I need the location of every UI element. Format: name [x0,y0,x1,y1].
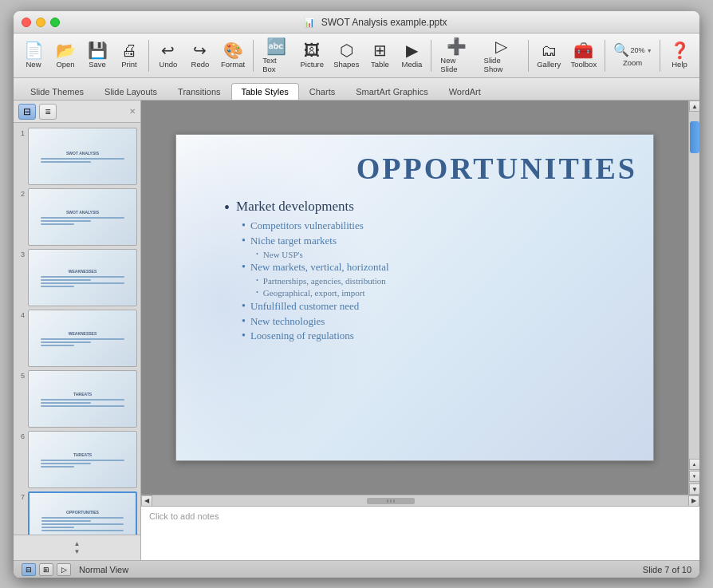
zoom-button[interactable]: 🔍 20% ▼ Zoom [609,41,656,70]
separator-2 [253,40,254,72]
thumb-line [41,460,124,461]
slide-thumbnail-1[interactable]: SWOT ANALYSIS [28,128,137,185]
tab-table-styles[interactable]: Table Styles [231,83,299,100]
slide-number: 6 [17,431,25,440]
bullet-dot: • [242,330,246,343]
toolbox-button[interactable]: 🧰 Toolbox [566,39,601,72]
thumb-line [41,223,74,225]
separator-6 [660,40,660,72]
view-label: Normal View [79,565,128,574]
bullet-dot: • [242,219,246,233]
thumb-line [41,523,124,525]
slide-thumbnail-4[interactable]: WEAKNESSES [28,310,137,367]
slide-show-button[interactable]: ▷ Slide Show [479,35,525,77]
scroll-up-btn[interactable]: ▲ [689,101,699,112]
scroll-up-small-btn[interactable]: ▲ [689,459,700,470]
slide-title: OPPORTUNITIES [356,151,637,186]
tab-charts[interactable]: Charts [299,83,345,100]
undo-icon: ↩ [161,42,175,58]
new-slide-button[interactable]: ➕ New Slide [435,35,477,77]
media-button[interactable]: ▶ Media [396,39,427,72]
thumb-line [41,399,124,401]
scroll-down-small-btn[interactable]: ▼ [689,471,700,482]
slide-number: 3 [17,249,25,258]
thumb-title-1: SWOT ANALYSIS [66,151,99,156]
h-scroll-thumb[interactable] [367,498,415,504]
format-icon: 🎨 [223,42,243,58]
thumb-line [41,279,91,281]
redo-button[interactable]: ↪ Redo [185,39,215,72]
tab-smartart-graphics[interactable]: SmartArt Graphics [345,83,438,100]
slide-info: Slide 7 of 10 [643,565,691,574]
bullet-dot: • [256,276,258,286]
slide-thumbnail-2[interactable]: SWOT ANALYSIS [28,188,137,246]
gallery-button[interactable]: 🗂 Gallery [533,39,565,72]
close-button[interactable] [22,18,31,27]
help-button[interactable]: ❓ Help [664,39,695,72]
maximize-button[interactable] [50,18,60,27]
bullet-dot: • [242,300,246,314]
open-button[interactable]: 📂 Open [50,39,81,72]
thumb-line [41,463,91,464]
save-button[interactable]: 💾 Save [82,39,112,72]
scroll-thumb[interactable] [690,121,699,153]
format-button[interactable]: 🎨 Format [217,39,249,72]
open-icon: 📂 [56,42,76,58]
panel-scroll-down-btn[interactable]: ▼ [74,548,81,556]
bullet-text: New markets, vertical, horizontal [250,261,389,274]
text-box-button[interactable]: 🔤 Text Box [258,35,294,77]
thumb-line [41,338,124,340]
panel-outline-view-btn[interactable]: ≡ [39,104,57,120]
slide-thumbnail-5[interactable]: THREATS [28,370,137,428]
slide-thumbnail-3[interactable]: WEAKNESSES [28,249,137,306]
scroll-left-btn[interactable]: ◀ [141,495,152,507]
thumb-line [41,161,91,163]
list-item: 7 OPPORTUNITIES [17,491,137,535]
thumb-title-6: THREATS [73,452,92,457]
tab-transitions[interactable]: Transitions [167,83,230,100]
list-item: 1 SWOT ANALYSIS [17,128,137,185]
new-button[interactable]: 📄 New [18,39,49,72]
thumb-line [41,158,124,160]
thumb-line [41,466,74,468]
view-buttons: ⊟ ⊞ ▷ [22,563,71,576]
ribbon-tabs: Slide Themes Slide Layouts Transitions T… [14,78,699,101]
scroll-right-btn[interactable]: ▶ [688,495,699,507]
list-item: 6 THREATS [17,431,137,488]
tab-wordart[interactable]: WordArt [439,83,491,100]
scroll-down-btn[interactable]: ▼ [689,483,699,495]
normal-view-btn[interactable]: ⊟ [22,563,36,576]
picture-button[interactable]: 🖼 Picture [296,39,328,72]
slide-sorter-btn[interactable]: ⊞ [39,563,53,576]
bullet-sub-1: • Competitors vulnerabilities [242,219,637,233]
tab-slide-layouts[interactable]: Slide Layouts [94,83,167,100]
help-icon: ❓ [670,42,690,58]
print-button[interactable]: 🖨 Print [114,39,144,72]
bullet-text: Unfulfilled customer need [250,300,359,313]
bullet-dot: • [256,250,258,260]
slide-thumbnail-7[interactable]: OPPORTUNITIES [28,491,137,535]
slide-editor: OPPORTUNITIES • Market developments • Co… [141,101,699,560]
title-bar: 📊 SWOT Analysis example.pptx [14,11,699,34]
panel-thumbnail-view-btn[interactable]: ⊟ [18,104,36,120]
thumb-line [41,276,124,278]
picture-icon: 🖼 [304,42,320,58]
text-box-icon: 🔤 [266,38,286,54]
shapes-button[interactable]: ⬡ Shapes [329,39,363,72]
bullet-text: New technologies [250,315,325,328]
panel-scroll-up-btn[interactable]: ▲ [74,540,81,548]
panel-close-btn[interactable]: ✕ [129,107,136,116]
bullet-text: Partnerships, agencies, distribution [263,276,386,286]
tab-slide-themes[interactable]: Slide Themes [20,83,94,100]
notes-area[interactable]: Click to add notes [141,506,699,560]
table-button[interactable]: ⊞ Table [364,39,395,72]
slide-show-icon: ▷ [495,38,507,54]
slide-panel: ⊟ ≡ ✕ 1 SWOT ANALYSIS [14,101,141,560]
thumb-line [41,286,74,287]
minimize-button[interactable] [36,18,45,27]
bullet-dot: • [256,288,258,298]
slide-canvas[interactable]: OPPORTUNITIES • Market developments • Co… [175,134,654,461]
slide-thumbnail-6[interactable]: THREATS [28,431,137,488]
undo-button[interactable]: ↩ Undo [153,39,183,72]
presenter-view-btn[interactable]: ▷ [57,563,71,576]
